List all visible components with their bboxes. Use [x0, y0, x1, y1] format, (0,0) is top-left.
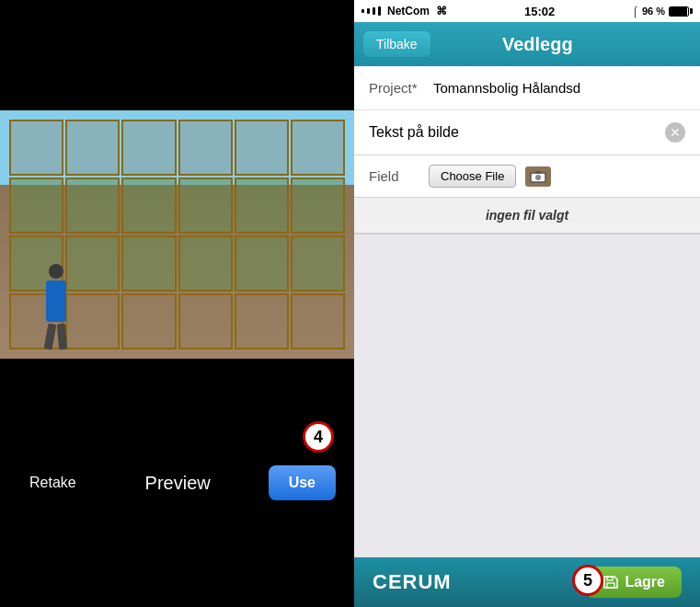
text-field-input[interactable] — [369, 124, 665, 141]
file-section: Field Choose File ingen fil valgt — [354, 155, 700, 235]
step-4-badge: 4 — [303, 421, 334, 452]
signal-bar-3 — [373, 7, 375, 15]
signal-bar-1 — [361, 9, 364, 13]
preview-label: Preview — [145, 473, 211, 494]
project-row: Project* Tomannsbolig Hålandsd — [354, 66, 700, 110]
status-bar: NetCom ⌘ 15:02 ⌠ 96 % — [354, 0, 700, 22]
signal-bar-2 — [367, 8, 370, 14]
bluetooth-icon: ⌠ — [632, 6, 638, 17]
retake-button[interactable]: Retake — [18, 467, 87, 498]
step-5-badge: 5 — [572, 565, 603, 596]
file-field-label: Field — [369, 168, 419, 184]
wifi-icon: ⌘ — [436, 5, 447, 17]
svg-point-1 — [535, 175, 541, 180]
battery-icon — [669, 6, 693, 17]
text-field-row: ✕ — [354, 110, 700, 155]
status-time: 15:02 — [524, 5, 555, 18]
form-section: Project* Tomannsbolig Hålandsd ✕ — [354, 66, 700, 155]
carrier-name: NetCom — [387, 5, 430, 17]
camera-preview — [0, 110, 354, 359]
page-title: Vedlegg — [440, 34, 636, 55]
project-value: Tomannsbolig Hålandsd — [433, 80, 685, 96]
choose-file-button[interactable]: Choose File — [429, 165, 516, 188]
file-row: Field Choose File — [354, 155, 700, 197]
battery-area: ⌠ 96 % — [632, 6, 693, 17]
svg-rect-4 — [607, 577, 613, 580]
no-file-row: ingen fil valgt — [354, 197, 700, 234]
form-panel: NetCom ⌘ 15:02 ⌠ 96 % Tilbake Vedlegg Pr… — [354, 0, 700, 607]
back-button[interactable]: Tilbake — [363, 31, 430, 57]
camera-top-bar — [0, 0, 354, 110]
use-button[interactable]: Use — [269, 465, 336, 500]
cerum-label: CERUM — [373, 570, 452, 594]
navigation-bar: Tilbake Vedlegg — [354, 22, 700, 66]
project-label: Project* — [369, 80, 433, 96]
svg-rect-2 — [535, 171, 541, 174]
bottom-bar: CERUM 5 Lagre — [354, 557, 700, 607]
clear-button[interactable]: ✕ — [665, 122, 685, 143]
lagre-label: Lagre — [625, 574, 665, 590]
no-file-text: ingen fil valgt — [486, 208, 568, 223]
content-area — [354, 235, 700, 557]
signal-area: NetCom ⌘ — [361, 5, 447, 17]
battery-percent: 96 % — [642, 6, 665, 17]
signal-bar-4 — [378, 6, 381, 16]
camera-controls: Retake Preview 4 Use — [0, 359, 354, 607]
camera-icon-button[interactable] — [525, 166, 551, 187]
camera-panel: Retake Preview 4 Use — [0, 0, 354, 607]
